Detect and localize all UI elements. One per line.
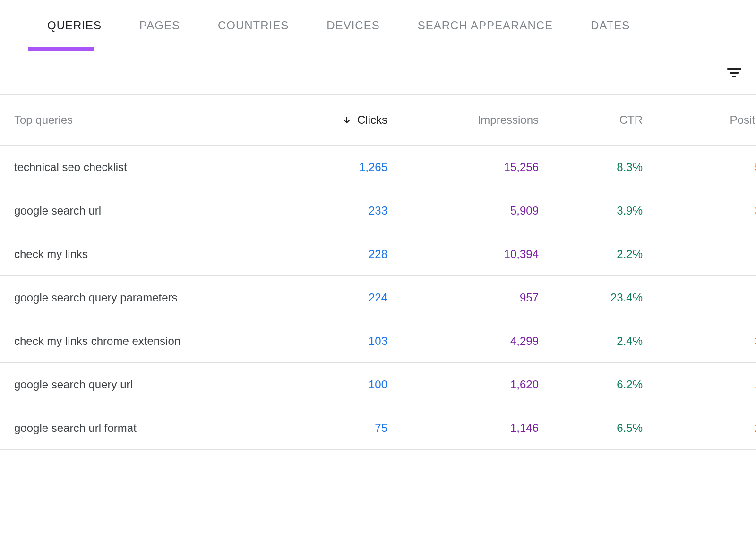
table-row[interactable]: google search url 233 5,909 3.9% 3.4 (0, 189, 756, 232)
column-header-queries[interactable]: Top queries (14, 113, 260, 127)
tab-label: QUERIES (47, 19, 102, 32)
cell-clicks: 100 (260, 378, 387, 391)
arrow-down-icon (342, 115, 352, 125)
tab-label: COUNTRIES (218, 19, 289, 32)
cell-position: 5.4 (643, 161, 756, 174)
cell-query: google search url format (14, 421, 260, 435)
cell-clicks: 224 (260, 291, 387, 304)
tab-search-appearance[interactable]: SEARCH APPEARANCE (399, 0, 572, 51)
column-header-position[interactable]: Position (643, 113, 756, 127)
column-header-impressions[interactable]: Impressions (387, 113, 539, 127)
tab-devices[interactable]: DEVICES (308, 0, 398, 51)
cell-clicks: 228 (260, 248, 387, 261)
tabs-bar: QUERIES PAGES COUNTRIES DEVICES SEARCH A… (0, 0, 756, 51)
cell-impressions: 5,909 (387, 204, 539, 217)
table-row[interactable]: google search url format 75 1,146 6.5% 2… (0, 406, 756, 450)
cell-position: 2.1 (643, 421, 756, 435)
table-row[interactable]: check my links 228 10,394 2.2% 5 (0, 232, 756, 276)
cell-position: 1.4 (643, 291, 756, 304)
column-header-clicks-label: Clicks (357, 113, 387, 127)
tab-label: DEVICES (326, 19, 379, 32)
data-table: Top queries Clicks Impressions CTR Posit… (0, 95, 756, 450)
cell-query: check my links chrome extension (14, 335, 260, 348)
cell-clicks: 103 (260, 335, 387, 348)
cell-ctr: 6.5% (539, 421, 643, 435)
cell-clicks: 1,265 (260, 161, 387, 174)
table-row[interactable]: google search query parameters 224 957 2… (0, 276, 756, 319)
cell-position: 3.4 (643, 204, 756, 217)
table-row[interactable]: technical seo checklist 1,265 15,256 8.3… (0, 146, 756, 189)
cell-impressions: 1,146 (387, 421, 539, 435)
cell-clicks: 75 (260, 421, 387, 435)
cell-ctr: 2.2% (539, 248, 643, 261)
cell-ctr: 2.4% (539, 335, 643, 348)
filter-bar (0, 51, 756, 95)
cell-query: google search url (14, 204, 260, 217)
table-row[interactable]: check my links chrome extension 103 4,29… (0, 319, 756, 363)
tab-label: PAGES (139, 19, 180, 32)
cell-ctr: 3.9% (539, 204, 643, 217)
cell-query: check my links (14, 248, 260, 261)
tab-label: DATES (591, 19, 630, 32)
cell-ctr: 6.2% (539, 378, 643, 391)
tab-label: SEARCH APPEARANCE (418, 19, 553, 32)
cell-ctr: 8.3% (539, 161, 643, 174)
cell-impressions: 4,299 (387, 335, 539, 348)
filter-icon[interactable] (727, 65, 742, 80)
column-header-ctr[interactable]: CTR (539, 113, 643, 127)
cell-position: 5 (643, 248, 756, 261)
column-header-clicks[interactable]: Clicks (260, 113, 387, 127)
cell-impressions: 957 (387, 291, 539, 304)
tab-dates[interactable]: DATES (572, 0, 649, 51)
table-row[interactable]: google search query url 100 1,620 6.2% 1… (0, 363, 756, 406)
cell-impressions: 15,256 (387, 161, 539, 174)
cell-clicks: 233 (260, 204, 387, 217)
cell-query: technical seo checklist (14, 161, 260, 174)
cell-impressions: 1,620 (387, 378, 539, 391)
tab-pages[interactable]: PAGES (120, 0, 199, 51)
table-header-row: Top queries Clicks Impressions CTR Posit… (0, 95, 756, 146)
cell-query: google search query url (14, 378, 260, 391)
cell-query: google search query parameters (14, 291, 260, 304)
tab-countries[interactable]: COUNTRIES (199, 0, 308, 51)
cell-position: 1.3 (643, 378, 756, 391)
cell-impressions: 10,394 (387, 248, 539, 261)
tab-queries[interactable]: QUERIES (28, 0, 120, 51)
cell-ctr: 23.4% (539, 291, 643, 304)
cell-position: 3.6 (643, 335, 756, 348)
